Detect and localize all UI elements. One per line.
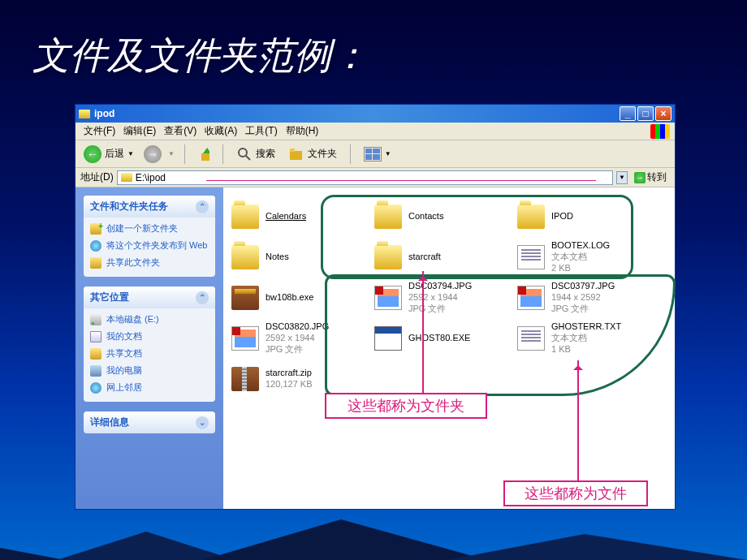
views-button[interactable]: ▼ [361, 145, 395, 163]
globe-icon [90, 240, 101, 252]
back-label: 后退 [105, 147, 124, 161]
slide-title: 文件及文件夹范例： [32, 31, 369, 81]
place-network[interactable]: 网上邻居 [90, 381, 209, 394]
svg-point-1 [239, 149, 247, 157]
decorative-mountains [0, 519, 747, 560]
item-name: DSC03820.JPG [266, 321, 329, 333]
folder-icon [374, 205, 402, 229]
file-ghost80-exe[interactable]: GHOST80.EXE [374, 321, 511, 356]
file-starcraft-zip[interactable]: starcraft.zip120,127 KB [231, 361, 368, 397]
address-field[interactable]: E:\ipod [117, 170, 613, 185]
folder-icon [79, 110, 90, 118]
item-name: starcraft [408, 252, 441, 263]
svg-marker-8 [447, 534, 747, 560]
folder-notes[interactable]: Notes [231, 239, 368, 275]
place-my-docs[interactable]: 我的文档 [90, 330, 209, 342]
file-dsc03820[interactable]: DSC03820.JPG2592 x 1944JPG 文件 [231, 321, 368, 356]
exe-icon [231, 286, 259, 310]
menu-favorites[interactable]: 收藏(A) [201, 123, 240, 140]
item-name: IPOD [551, 211, 573, 222]
folders-icon [288, 146, 304, 162]
menu-help[interactable]: 帮助(H) [283, 123, 322, 140]
search-label: 搜索 [256, 147, 275, 161]
menu-tools[interactable]: 工具(T) [242, 123, 280, 140]
documents-icon [90, 331, 101, 342]
item-meta: JPG 文件 [551, 304, 615, 315]
item-name: DSC03797.JPG [551, 281, 615, 292]
up-button[interactable] [195, 145, 213, 163]
go-button[interactable]: → 转到 [631, 170, 670, 185]
address-path: E:\ipod [136, 172, 166, 183]
maximize-button[interactable]: □ [637, 106, 654, 121]
forward-button[interactable]: → [144, 145, 162, 163]
item-meta: 1 KB [551, 344, 621, 355]
address-dropdown[interactable]: ▼ [616, 171, 628, 184]
item-meta: 2592 x 1944 [266, 333, 329, 344]
task-share[interactable]: 共享此文件夹 [90, 256, 209, 269]
address-label: 地址(D) [80, 170, 114, 184]
sidebar: 文件和文件夹任务 ⌃ 创建一个新文件夹 将这个文件夹发布到 Web 共享此文件夹… [76, 187, 223, 509]
folder-calendars[interactable]: Calendars [231, 199, 368, 235]
annotation-underline [206, 180, 596, 181]
jpg-icon [517, 286, 545, 310]
place-my-computer[interactable]: 我的电脑 [90, 364, 209, 377]
collapse-icon: ⌃ [196, 291, 209, 304]
item-name: GHOST80.EXE [408, 333, 470, 344]
go-icon: → [634, 172, 646, 183]
folder-contacts[interactable]: Contacts [374, 199, 511, 235]
panel-details-title: 详细信息 [90, 416, 129, 429]
network-icon [90, 382, 101, 394]
jpg-icon [231, 326, 259, 351]
separator [222, 144, 223, 164]
file-dsc03797[interactable]: DSC03797.JPG1944 x 2592JPG 文件 [517, 280, 654, 316]
svg-marker-6 [57, 532, 235, 560]
item-name: DSC03794.JPG [408, 281, 472, 292]
text-file-icon [517, 326, 545, 351]
place-shared-docs[interactable]: 共享文档 [90, 347, 209, 360]
task-label: 将这个文件夹发布到 Web [106, 239, 207, 252]
item-meta: 1944 x 2592 [551, 292, 615, 304]
panel-details: 详细信息 ⌄ [84, 411, 215, 433]
menu-edit[interactable]: 编辑(E) [120, 123, 159, 140]
folders-button[interactable]: 文件夹 [285, 144, 340, 164]
place-label: 网上邻居 [106, 381, 142, 394]
task-label: 创建一个新文件夹 [106, 222, 178, 235]
search-button[interactable]: 搜索 [233, 144, 279, 164]
folder-icon [121, 173, 132, 182]
item-meta: JPG 文件 [266, 344, 329, 355]
place-local-disk[interactable]: 本地磁盘 (E:) [90, 313, 209, 325]
svg-marker-5 [0, 548, 65, 560]
task-publish-web[interactable]: 将这个文件夹发布到 Web [90, 239, 209, 252]
panel-other-header[interactable]: 其它位置 ⌃ [84, 286, 215, 308]
menu-file[interactable]: 文件(F) [80, 123, 119, 140]
callout-folders: 这些都称为文件夹 [325, 393, 487, 419]
expand-icon: ⌄ [196, 416, 209, 429]
titlebar: ipod _ □ × [76, 105, 675, 123]
item-meta: 文本文档 [551, 252, 610, 263]
views-icon [364, 147, 382, 162]
file-dsc03794[interactable]: DSC03794.JPG2592 x 1944JPG 文件 [374, 280, 511, 316]
share-icon [90, 257, 101, 269]
item-meta: JPG 文件 [408, 304, 472, 315]
callout-files: 这些都称为文件 [503, 480, 648, 506]
panel-details-header[interactable]: 详细信息 ⌄ [84, 411, 215, 433]
folder-icon [374, 245, 402, 269]
menu-view[interactable]: 查看(V) [161, 123, 200, 140]
close-button[interactable]: × [655, 106, 671, 121]
back-button[interactable]: ← 后退 ▼ [80, 144, 137, 165]
panel-tasks: 文件和文件夹任务 ⌃ 创建一个新文件夹 将这个文件夹发布到 Web 共享此文件夹 [84, 196, 215, 277]
minimize-button[interactable]: _ [620, 106, 636, 121]
window-title: ipod [94, 108, 114, 119]
file-ghosterr-txt[interactable]: GHOSTERR.TXT文本文档1 KB [517, 321, 654, 356]
folder-ipod[interactable]: IPOD [517, 199, 654, 235]
file-bootex-log[interactable]: BOOTEX.LOG文本文档2 KB [517, 239, 654, 275]
task-new-folder[interactable]: 创建一个新文件夹 [90, 222, 209, 235]
folder-icon [231, 245, 259, 269]
panel-tasks-header[interactable]: 文件和文件夹任务 ⌃ [84, 196, 215, 218]
text-file-icon [517, 245, 545, 269]
file-bw108b-exe[interactable]: bw108b.exe [231, 280, 368, 316]
item-meta: 2592 x 1944 [408, 292, 472, 304]
svg-line-2 [246, 156, 250, 160]
folders-label: 文件夹 [308, 147, 337, 161]
folder-starcraft[interactable]: starcraft [374, 239, 511, 275]
